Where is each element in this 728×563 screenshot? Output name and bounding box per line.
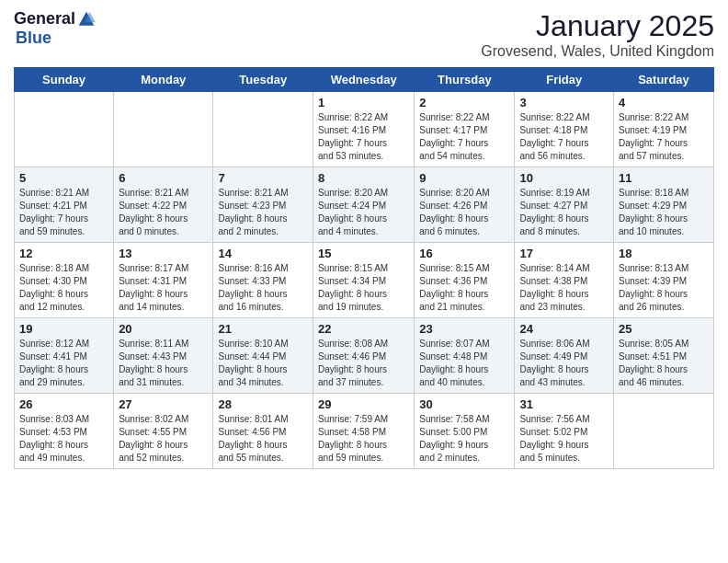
day-number: 28 <box>218 397 308 411</box>
day-number: 24 <box>519 322 609 336</box>
logo: General Blue <box>14 9 96 48</box>
calendar-cell: 10Sunrise: 8:19 AM Sunset: 4:27 PM Dayli… <box>515 167 614 243</box>
calendar-cell: 19Sunrise: 8:12 AM Sunset: 4:41 PM Dayli… <box>15 318 114 394</box>
calendar-cell: 23Sunrise: 8:07 AM Sunset: 4:48 PM Dayli… <box>415 318 515 394</box>
day-number: 21 <box>218 322 308 336</box>
day-info: Sunrise: 8:10 AM Sunset: 4:44 PM Dayligh… <box>218 338 308 389</box>
calendar-cell: 15Sunrise: 8:15 AM Sunset: 4:34 PM Dayli… <box>313 243 415 318</box>
calendar-week-1: 5Sunrise: 8:21 AM Sunset: 4:21 PM Daylig… <box>15 167 714 243</box>
calendar-cell: 30Sunrise: 7:58 AM Sunset: 5:00 PM Dayli… <box>415 394 515 469</box>
day-info: Sunrise: 8:05 AM Sunset: 4:51 PM Dayligh… <box>619 338 709 389</box>
day-info: Sunrise: 8:21 AM Sunset: 4:22 PM Dayligh… <box>119 187 208 238</box>
calendar-cell: 8Sunrise: 8:20 AM Sunset: 4:24 PM Daylig… <box>313 167 415 243</box>
calendar-week-3: 19Sunrise: 8:12 AM Sunset: 4:41 PM Dayli… <box>15 318 714 394</box>
calendar-cell: 27Sunrise: 8:02 AM Sunset: 4:55 PM Dayli… <box>114 394 213 469</box>
col-wednesday: Wednesday <box>313 68 415 92</box>
day-number: 25 <box>619 322 709 336</box>
day-info: Sunrise: 8:11 AM Sunset: 4:43 PM Dayligh… <box>119 338 208 389</box>
day-number: 12 <box>19 247 108 260</box>
col-saturday: Saturday <box>614 68 714 92</box>
day-number: 1 <box>318 96 409 109</box>
calendar-cell: 2Sunrise: 8:22 AM Sunset: 4:17 PM Daylig… <box>415 92 515 167</box>
calendar-cell: 11Sunrise: 8:18 AM Sunset: 4:29 PM Dayli… <box>614 167 714 243</box>
day-info: Sunrise: 8:20 AM Sunset: 4:26 PM Dayligh… <box>419 187 509 238</box>
col-tuesday: Tuesday <box>213 68 313 92</box>
calendar-cell: 25Sunrise: 8:05 AM Sunset: 4:51 PM Dayli… <box>614 318 714 394</box>
day-number: 22 <box>318 322 409 336</box>
day-info: Sunrise: 7:58 AM Sunset: 5:00 PM Dayligh… <box>419 413 509 465</box>
day-info: Sunrise: 8:22 AM Sunset: 4:17 PM Dayligh… <box>419 111 509 163</box>
day-info: Sunrise: 8:18 AM Sunset: 4:30 PM Dayligh… <box>19 262 108 314</box>
logo-blue: Blue <box>16 29 51 48</box>
day-info: Sunrise: 8:08 AM Sunset: 4:46 PM Dayligh… <box>318 338 409 389</box>
calendar-title: January 2025 <box>481 9 714 43</box>
col-thursday: Thursday <box>415 68 515 92</box>
calendar-cell: 17Sunrise: 8:14 AM Sunset: 4:38 PM Dayli… <box>515 243 614 318</box>
logo-general: General <box>14 9 75 29</box>
header: General Blue January 2025 Grovesend, Wal… <box>14 9 714 60</box>
calendar-cell: 28Sunrise: 8:01 AM Sunset: 4:56 PM Dayli… <box>213 394 313 469</box>
calendar-table: Sunday Monday Tuesday Wednesday Thursday… <box>14 67 714 469</box>
calendar-cell: 1Sunrise: 8:22 AM Sunset: 4:16 PM Daylig… <box>313 92 415 167</box>
day-info: Sunrise: 8:15 AM Sunset: 4:36 PM Dayligh… <box>419 262 509 314</box>
day-number: 10 <box>519 171 609 185</box>
day-number: 14 <box>218 247 308 260</box>
day-info: Sunrise: 8:22 AM Sunset: 4:16 PM Dayligh… <box>318 111 409 163</box>
day-number: 3 <box>519 96 609 109</box>
day-info: Sunrise: 7:59 AM Sunset: 4:58 PM Dayligh… <box>318 413 409 465</box>
day-number: 11 <box>619 171 709 185</box>
day-number: 31 <box>519 397 609 411</box>
day-number: 6 <box>119 171 208 185</box>
day-info: Sunrise: 8:16 AM Sunset: 4:33 PM Dayligh… <box>218 262 308 314</box>
day-info: Sunrise: 8:01 AM Sunset: 4:56 PM Dayligh… <box>218 413 308 465</box>
day-number: 4 <box>619 96 709 109</box>
day-info: Sunrise: 8:03 AM Sunset: 4:53 PM Dayligh… <box>19 413 108 465</box>
logo-icon <box>77 10 96 29</box>
calendar-cell: 22Sunrise: 8:08 AM Sunset: 4:46 PM Dayli… <box>313 318 415 394</box>
calendar-week-0: 1Sunrise: 8:22 AM Sunset: 4:16 PM Daylig… <box>15 92 714 167</box>
calendar-cell <box>15 92 114 167</box>
day-info: Sunrise: 8:22 AM Sunset: 4:18 PM Dayligh… <box>519 111 609 163</box>
day-info: Sunrise: 8:02 AM Sunset: 4:55 PM Dayligh… <box>119 413 208 465</box>
calendar-cell: 5Sunrise: 8:21 AM Sunset: 4:21 PM Daylig… <box>15 167 114 243</box>
calendar-cell <box>213 92 313 167</box>
calendar-cell: 29Sunrise: 7:59 AM Sunset: 4:58 PM Dayli… <box>313 394 415 469</box>
day-number: 13 <box>119 247 208 260</box>
day-info: Sunrise: 8:20 AM Sunset: 4:24 PM Dayligh… <box>318 187 409 238</box>
calendar-cell: 16Sunrise: 8:15 AM Sunset: 4:36 PM Dayli… <box>415 243 515 318</box>
day-number: 15 <box>318 247 409 260</box>
calendar-cell: 12Sunrise: 8:18 AM Sunset: 4:30 PM Dayli… <box>15 243 114 318</box>
calendar-week-2: 12Sunrise: 8:18 AM Sunset: 4:30 PM Dayli… <box>15 243 714 318</box>
calendar-cell: 31Sunrise: 7:56 AM Sunset: 5:02 PM Dayli… <box>515 394 614 469</box>
col-sunday: Sunday <box>15 68 114 92</box>
calendar-cell <box>614 394 714 469</box>
day-number: 20 <box>119 322 208 336</box>
calendar-subtitle: Grovesend, Wales, United Kingdom <box>481 43 714 60</box>
calendar-cell: 4Sunrise: 8:22 AM Sunset: 4:19 PM Daylig… <box>614 92 714 167</box>
day-number: 2 <box>419 96 509 109</box>
day-number: 7 <box>218 171 308 185</box>
calendar-cell <box>114 92 213 167</box>
calendar-week-4: 26Sunrise: 8:03 AM Sunset: 4:53 PM Dayli… <box>15 394 714 469</box>
calendar-cell: 18Sunrise: 8:13 AM Sunset: 4:39 PM Dayli… <box>614 243 714 318</box>
day-info: Sunrise: 8:14 AM Sunset: 4:38 PM Dayligh… <box>519 262 609 314</box>
day-number: 5 <box>19 171 108 185</box>
calendar-cell: 7Sunrise: 8:21 AM Sunset: 4:23 PM Daylig… <box>213 167 313 243</box>
day-info: Sunrise: 8:21 AM Sunset: 4:23 PM Dayligh… <box>218 187 308 238</box>
calendar-cell: 3Sunrise: 8:22 AM Sunset: 4:18 PM Daylig… <box>515 92 614 167</box>
day-info: Sunrise: 8:21 AM Sunset: 4:21 PM Dayligh… <box>19 187 108 238</box>
calendar-cell: 6Sunrise: 8:21 AM Sunset: 4:22 PM Daylig… <box>114 167 213 243</box>
calendar-cell: 21Sunrise: 8:10 AM Sunset: 4:44 PM Dayli… <box>213 318 313 394</box>
day-info: Sunrise: 8:06 AM Sunset: 4:49 PM Dayligh… <box>519 338 609 389</box>
day-number: 8 <box>318 171 409 185</box>
day-number: 19 <box>19 322 108 336</box>
day-number: 29 <box>318 397 409 411</box>
calendar-cell: 14Sunrise: 8:16 AM Sunset: 4:33 PM Dayli… <box>213 243 313 318</box>
logo-text: General <box>14 9 96 29</box>
day-info: Sunrise: 8:12 AM Sunset: 4:41 PM Dayligh… <box>19 338 108 389</box>
day-info: Sunrise: 8:19 AM Sunset: 4:27 PM Dayligh… <box>519 187 609 238</box>
header-row: Sunday Monday Tuesday Wednesday Thursday… <box>15 68 714 92</box>
day-info: Sunrise: 8:22 AM Sunset: 4:19 PM Dayligh… <box>619 111 709 163</box>
day-info: Sunrise: 8:13 AM Sunset: 4:39 PM Dayligh… <box>619 262 709 314</box>
day-number: 9 <box>419 171 509 185</box>
